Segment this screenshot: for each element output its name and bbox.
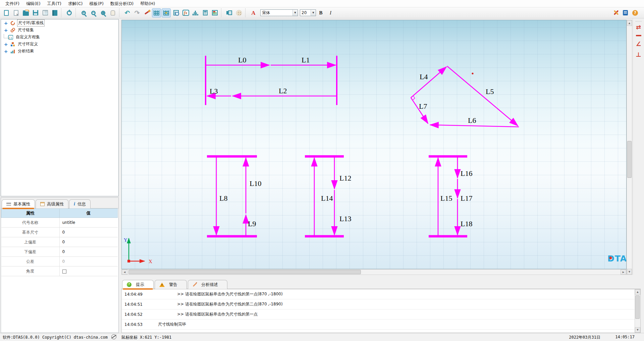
bold-button[interactable]: B xyxy=(316,8,325,17)
tab-basic-properties[interactable]: 基本属性 xyxy=(2,199,35,208)
log-entry[interactable]: 14:04:53 尺寸线绘制完毕 xyxy=(122,320,640,330)
dim-label-L2[interactable]: L2 xyxy=(279,87,287,95)
menu-help[interactable]: 帮助(H) xyxy=(137,0,158,7)
undo-button[interactable]: ↶ xyxy=(123,8,132,17)
menu-data-analysis[interactable]: 数据分析(D) xyxy=(107,0,137,7)
scroll-down-icon[interactable]: ▼ xyxy=(635,327,640,333)
expand-icon[interactable]: + xyxy=(4,21,8,26)
perpendicular-dimension-icon[interactable]: ⊥ xyxy=(636,52,641,58)
redo-button[interactable]: ↷ xyxy=(132,8,142,17)
menu-solve[interactable]: 求解(C) xyxy=(65,0,86,7)
scrollbar-thumb[interactable] xyxy=(635,295,640,319)
distribution-button[interactable] xyxy=(191,8,200,17)
section-view-button[interactable] xyxy=(225,8,234,17)
tab-warnings[interactable]: 警告 xyxy=(155,280,187,289)
scroll-up-icon[interactable]: ▲ xyxy=(635,289,640,295)
scroll-up-icon[interactable]: ▲ xyxy=(627,20,632,26)
zoom-window-button[interactable]: ▣ xyxy=(99,8,108,17)
drawing-canvas[interactable]: L0 L1 L2 L3 L4 L5 L6 L7 L8 L9 L10 L12 L1… xyxy=(121,20,627,269)
dim-label-L3[interactable]: L3 xyxy=(210,87,218,95)
expand-icon[interactable]: + xyxy=(4,42,8,47)
zoom-out-button[interactable]: − xyxy=(89,8,98,17)
tab-analysis-description[interactable]: 分析描述 xyxy=(188,280,227,289)
dim-label-L5[interactable]: L5 xyxy=(486,87,494,96)
menu-file[interactable]: 文件(F) xyxy=(2,0,23,7)
expand-icon[interactable]: + xyxy=(4,49,8,54)
zoom-in-button[interactable]: + xyxy=(79,8,88,17)
dim-label-L15[interactable]: L15 xyxy=(440,194,452,202)
scrollbar-thumb[interactable] xyxy=(128,270,361,274)
scroll-right-icon[interactable]: ▶ xyxy=(621,270,626,275)
angle-checkbox[interactable] xyxy=(62,270,66,274)
export-button[interactable] xyxy=(50,8,59,17)
parallel-dimension-icon[interactable]: ⇄ xyxy=(636,24,641,30)
expand-icon[interactable]: + xyxy=(4,28,8,33)
prop-value-code-name[interactable]: untitle xyxy=(59,218,118,228)
close-file-button[interactable]: × xyxy=(11,8,20,17)
menu-edit[interactable]: 编辑(E) xyxy=(23,0,44,7)
save-as-button[interactable] xyxy=(41,8,50,17)
chevron-down-icon[interactable]: ▼ xyxy=(311,10,316,16)
settings-tools-button[interactable] xyxy=(611,8,620,17)
tree-item-analysis-results[interactable]: + 分析结果 xyxy=(1,48,118,55)
calculator-button[interactable] xyxy=(201,8,210,17)
tree-item-loop-definition[interactable]: + 尺寸环定义 xyxy=(1,41,118,48)
dim-label-L13[interactable]: L13 xyxy=(339,214,351,223)
font-family-select[interactable]: 宋体 ▼ xyxy=(260,9,298,16)
log-entry[interactable]: 14:04:49 >> 请在绘图区鼠标单击作为尺寸线的第一点(870 ,-180… xyxy=(122,289,640,299)
dim-label-L0[interactable]: L0 xyxy=(238,56,246,64)
menu-tools[interactable]: 工具(T) xyxy=(44,0,65,7)
chart-preview-button[interactable] xyxy=(171,8,180,17)
scroll-down-icon[interactable]: ▼ xyxy=(627,269,632,275)
dim-label-L16[interactable]: L16 xyxy=(461,169,472,178)
tab-info[interactable]: i 信息 xyxy=(69,199,91,208)
prop-value-lower-deviation[interactable]: 0 xyxy=(59,247,118,257)
message-list[interactable]: 14:04:49 >> 请在绘图区鼠标单击作为尺寸线的第一点(870 ,-180… xyxy=(121,289,641,333)
log-scrollbar[interactable]: ▲ ▼ xyxy=(635,289,640,333)
tab-hints[interactable]: 提示 xyxy=(122,280,154,289)
scroll-left-icon[interactable]: ◀ xyxy=(122,270,127,275)
tree-item-dimension-chain[interactable]: + 尺寸链集 xyxy=(1,27,118,34)
power-button[interactable] xyxy=(65,8,74,17)
font-size-select[interactable]: 20 ▼ xyxy=(300,9,316,16)
tree-item-label[interactable]: 自定义方程集 xyxy=(15,34,41,40)
grid-button[interactable] xyxy=(152,8,161,17)
chevron-down-icon[interactable]: ▼ xyxy=(292,10,298,16)
dim-label-L6[interactable]: L6 xyxy=(468,116,476,125)
circle-dots-button[interactable] xyxy=(234,8,244,17)
output-chart-button[interactable] xyxy=(210,8,219,17)
scrollbar-thumb[interactable] xyxy=(627,141,632,178)
tree-item-label[interactable]: 尺寸环定义 xyxy=(17,41,39,47)
tree-item-dimension-loop[interactable]: + 尺寸环/基准线 xyxy=(1,19,118,27)
prop-value-basic-size[interactable]: 0 xyxy=(59,228,118,237)
linear-dimension-icon[interactable] xyxy=(636,35,641,36)
font-color-button[interactable]: A xyxy=(249,8,258,17)
help-button[interactable]: ? xyxy=(631,8,640,17)
manual-button[interactable] xyxy=(621,8,630,17)
save-button[interactable] xyxy=(31,8,40,17)
open-file-button[interactable] xyxy=(21,8,30,17)
dim-label-L18[interactable]: L18 xyxy=(461,220,472,228)
vertical-scrollbar[interactable]: ▲ ▼ xyxy=(627,20,632,275)
dim-label-L9[interactable]: L9 xyxy=(248,220,256,228)
angle-dimension-icon[interactable]: ∠ xyxy=(636,41,641,47)
horizontal-scrollbar[interactable]: ◀ ▶ xyxy=(121,269,627,275)
log-entry[interactable]: 14:04:51 >> 请在绘图区鼠标单击作为尺寸线的第二点(870 ,-189… xyxy=(122,299,640,309)
tree-item-custom-equations[interactable]: fx 自定义方程集 xyxy=(1,34,118,41)
dim-label-L12[interactable]: L12 xyxy=(339,174,351,182)
italic-button[interactable]: I xyxy=(326,8,335,17)
dim-label-L14[interactable]: L14 xyxy=(321,194,333,202)
pan-button[interactable] xyxy=(108,8,117,17)
dim-label-L17[interactable]: L17 xyxy=(461,194,472,202)
tab-advanced-properties[interactable]: 高级属性 xyxy=(36,199,68,208)
dim-label-L8[interactable]: L8 xyxy=(219,194,227,202)
log-entry[interactable]: 14:04:52 >> 请在绘图区鼠标单击作为尺寸线的第一点 xyxy=(122,309,640,320)
tree-item-label[interactable]: 尺寸链集 xyxy=(17,27,35,33)
new-file-button[interactable] xyxy=(2,8,11,17)
function-button[interactable]: fx xyxy=(181,8,190,17)
dim-label-L1[interactable]: L1 xyxy=(302,56,310,64)
tree-item-label[interactable]: 尺寸环/基准线 xyxy=(17,19,45,27)
dim-label-L10[interactable]: L10 xyxy=(250,179,261,188)
dim-label-L4[interactable]: L4 xyxy=(420,72,428,81)
prop-value-upper-deviation[interactable]: 0 xyxy=(59,237,118,247)
